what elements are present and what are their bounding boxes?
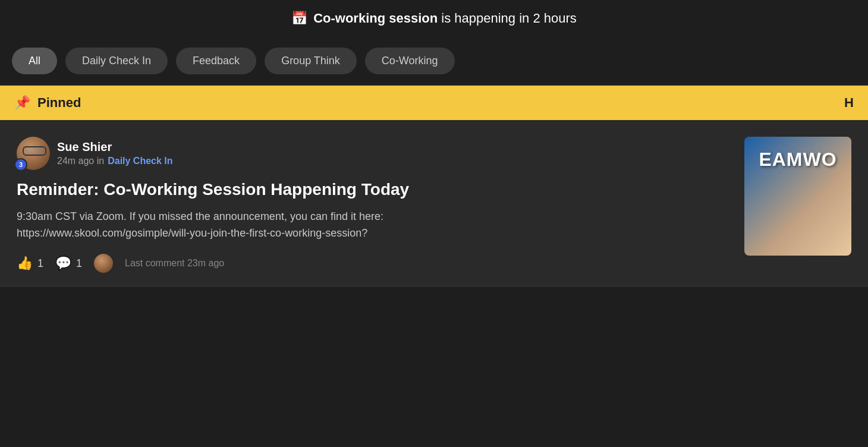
pinned-header-left: 📌 Pinned (14, 95, 81, 111)
event-name: Co-working session (313, 11, 438, 26)
post-title[interactable]: Reminder: Co-Working Session Happening T… (17, 180, 732, 200)
like-count: 1 (37, 257, 43, 270)
post-body-link[interactable]: https://www.skool.com/gosimple/will-you-… (17, 227, 367, 239)
thumbs-up-icon: 👍 (17, 256, 33, 271)
author-row: 3 Sue Shier 24m ago in Daily Check In (17, 137, 732, 170)
post-body-line1: 9:30am CST via Zoom. If you missed the a… (17, 210, 383, 222)
pinned-header: 📌 Pinned H (0, 86, 868, 120)
author-badge: 3 (14, 158, 27, 171)
filter-pill-daily-check-in[interactable]: Daily Check In (65, 48, 168, 74)
filter-pill-group-think[interactable]: Group Think (265, 48, 357, 74)
channel-link[interactable]: Daily Check In (108, 156, 172, 166)
comment-button[interactable]: 💬 1 (55, 256, 82, 271)
author-info: Sue Shier 24m ago in Daily Check In (57, 140, 173, 166)
pinned-header-right: H (844, 95, 854, 111)
last-comment-text: Last comment 23m ago (125, 258, 224, 269)
author-name: Sue Shier (57, 140, 173, 154)
pin-icon: 📌 (14, 95, 30, 111)
avatar-wrapper: 3 (17, 137, 50, 170)
banner-text: Co-working session is happening in 2 hou… (313, 11, 577, 26)
filter-pill-all[interactable]: All (12, 48, 57, 74)
comment-count: 1 (76, 257, 82, 270)
pinned-label: Pinned (37, 95, 81, 111)
author-meta: 24m ago in Daily Check In (57, 156, 173, 166)
post-image-preview[interactable]: EAMWO (744, 137, 851, 256)
post-body: 9:30am CST via Zoom. If you missed the a… (17, 208, 732, 243)
filter-row: All Daily Check In Feedback Group Think … (0, 37, 868, 86)
top-banner: 📅 Co-working session is happening in 2 h… (0, 0, 868, 37)
like-button[interactable]: 👍 1 (17, 256, 43, 271)
banner-suffix: is happening in 2 hours (438, 11, 577, 26)
commenter-avatar (94, 254, 113, 273)
filter-pill-feedback[interactable]: Feedback (176, 48, 256, 74)
calendar-icon: 📅 (291, 11, 307, 26)
post-card: 3 Sue Shier 24m ago in Daily Check In Re… (0, 120, 868, 287)
post-image-text: EAMWO (744, 149, 851, 171)
post-main: 3 Sue Shier 24m ago in Daily Check In Re… (17, 137, 732, 273)
author-time: 24m ago in (57, 156, 104, 166)
post-footer: 👍 1 💬 1 Last comment 23m ago (17, 254, 732, 273)
comment-icon: 💬 (55, 256, 71, 271)
filter-pill-co-working[interactable]: Co-Working (365, 48, 455, 74)
